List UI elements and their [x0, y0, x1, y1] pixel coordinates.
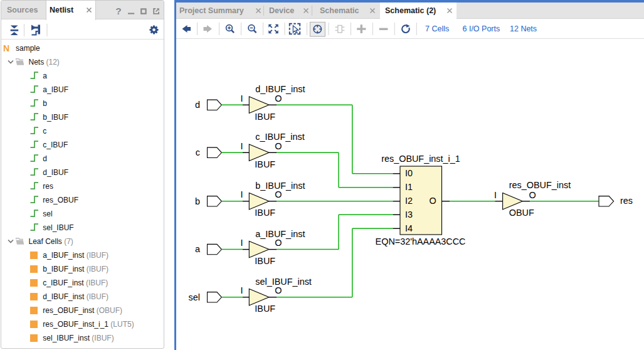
svg-text:?: ?: [115, 6, 121, 16]
